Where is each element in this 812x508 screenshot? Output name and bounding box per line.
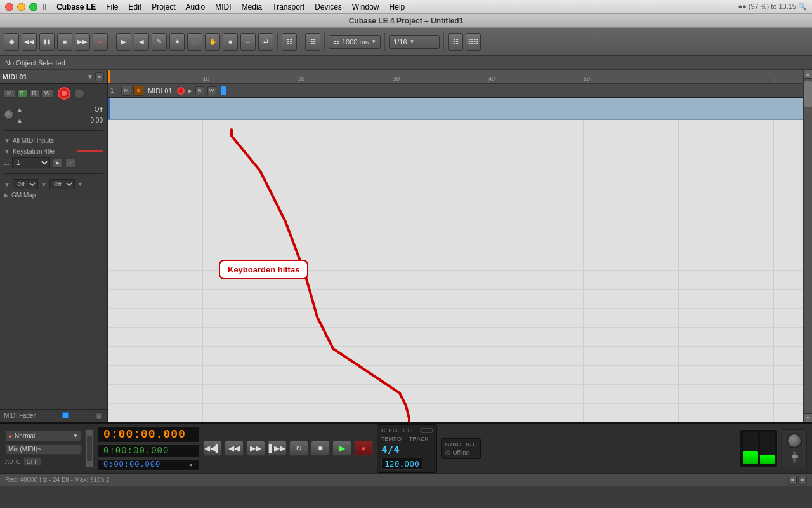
scroll-thumb[interactable] xyxy=(804,81,812,107)
transport-auto-dropdown[interactable]: OFF xyxy=(23,457,41,466)
solo-button[interactable]: S xyxy=(17,89,27,98)
midi-fader-info-btn[interactable]: i xyxy=(95,412,103,420)
mute-button[interactable]: M xyxy=(4,89,15,98)
quantize-dropdown[interactable]: ☷ 1000 ms ▼ xyxy=(329,35,381,49)
master-knob[interactable] xyxy=(787,433,802,448)
scroll-right-btn[interactable]: ▶ xyxy=(798,476,807,485)
tb-fwd-btn[interactable]: ▶▶ xyxy=(75,33,90,51)
menu-project[interactable]: Project xyxy=(152,3,175,11)
tb-tool9[interactable]: ⇄ xyxy=(258,33,273,51)
clip-read-btn[interactable]: R xyxy=(195,86,204,95)
close-button[interactable] xyxy=(5,3,13,11)
scroll-down-btn[interactable]: ▼ xyxy=(804,413,813,422)
scroll-up-btn[interactable]: ▲ xyxy=(804,70,813,79)
pan-label: ▲ xyxy=(16,117,23,124)
menu-devices[interactable]: Devices xyxy=(315,3,342,11)
gm-map-row[interactable]: ▶ GM Map xyxy=(4,192,103,199)
bottom-status-text: Rec: 48000 Hz - 24 Bit - Max: 916h 2 xyxy=(5,476,110,483)
tb-punch-btn[interactable]: ■ xyxy=(57,33,72,51)
menu-window[interactable]: Window xyxy=(352,3,379,11)
tb-tool4[interactable]: ★ xyxy=(169,33,185,51)
cycle-btn[interactable]: ↻ xyxy=(289,441,308,456)
tb-tool3[interactable]: ✎ xyxy=(152,33,167,51)
tb-tool2[interactable]: ◀ xyxy=(134,33,149,51)
rewind-btn[interactable]: ◀◀ xyxy=(225,441,244,456)
tb-pattern-btn[interactable]: ☷☷ xyxy=(466,33,481,51)
tb-tool8[interactable]: ← xyxy=(240,33,256,51)
fast-forward-btn[interactable]: ▶▶ xyxy=(246,441,265,456)
tb-sep2 xyxy=(277,33,278,51)
tb-tool1[interactable]: ▶ xyxy=(116,33,131,51)
scrollbar-right[interactable]: ▲ ▼ xyxy=(803,70,812,422)
output-select1[interactable]: Off xyxy=(13,179,38,189)
track-name-label: MIDI 01 xyxy=(3,73,85,81)
grid-dropdown[interactable]: 1/16 ▼ xyxy=(389,35,440,49)
maximize-button[interactable] xyxy=(29,3,37,11)
channel-select[interactable]: 1 xyxy=(12,157,50,168)
minimize-button[interactable] xyxy=(17,3,25,11)
sync-section2: SYNC INT. Offline xyxy=(441,438,481,459)
tempo-bpm-display[interactable]: 120.000 xyxy=(381,458,422,470)
clip-solo-button[interactable]: S xyxy=(133,86,143,96)
volume-row: ▲ Off ▲ 0.00 xyxy=(4,105,103,125)
midi-input-row[interactable]: ▼ All MIDI Inputs xyxy=(4,136,103,145)
tb-tool7[interactable]: ■ xyxy=(223,33,238,51)
piano-roll-area[interactable]: Keyboarden hittas ...och visar utslag. xyxy=(108,120,803,422)
track-collapse-btn[interactable]: ▼ xyxy=(87,73,93,80)
tb-record-btn[interactable]: ● xyxy=(93,33,108,51)
transport-monitor xyxy=(85,429,94,467)
tb-tool5[interactable]: ◡ xyxy=(187,33,202,51)
transport-mode-arrow-icon: ▼ xyxy=(73,433,78,439)
menu-edit[interactable]: Edit xyxy=(128,3,141,11)
tb-monitor-btn[interactable]: ◆ xyxy=(4,33,19,51)
stop-btn[interactable]: ■ xyxy=(311,441,330,456)
track-record-button[interactable] xyxy=(58,87,70,100)
tb-loop-btn[interactable]: ▮▮ xyxy=(39,33,55,51)
go-to-end-btn[interactable]: ▌▶▶ xyxy=(268,441,287,456)
tb-rec-mode-btn[interactable]: ◀◀ xyxy=(22,33,37,51)
clip-write-btn[interactable]: W xyxy=(207,86,216,95)
tb-sep4 xyxy=(324,33,325,51)
read-button[interactable]: R xyxy=(29,89,40,98)
menu-midi[interactable]: MIDI xyxy=(215,3,231,11)
callout-keyboard-found: Keyboarden hittas xyxy=(219,260,308,279)
channel-fwd-btn[interactable]: ▶ xyxy=(53,159,63,168)
clip-rec-indicator xyxy=(177,87,185,95)
menu-help[interactable]: Help xyxy=(390,3,405,11)
offline-row: Offline xyxy=(445,450,476,456)
window-title: Cubase LE 4 Project – Untitled1 xyxy=(349,17,464,25)
midi-device-row[interactable]: ▼ Keystation 49e xyxy=(4,148,103,155)
track-lock-icon: e xyxy=(95,72,104,81)
menu-media[interactable]: Media xyxy=(242,3,263,11)
master-fader[interactable] xyxy=(792,451,796,464)
tempo-bpm-value: 120.000 xyxy=(384,459,419,469)
menu-transport[interactable]: Transport xyxy=(272,3,304,11)
tb-grid-btn[interactable]: ☷ xyxy=(305,33,320,51)
midi-fader-toggle[interactable] xyxy=(62,412,69,418)
play-btn[interactable]: ▶ xyxy=(332,441,351,456)
transport-auto-label: AUTO xyxy=(5,458,21,465)
menu-file[interactable]: File xyxy=(106,3,118,11)
click-row: CLICK OFF xyxy=(381,427,433,434)
transport-mix-dropdown[interactable]: Mix (MIDI)~ xyxy=(5,444,81,455)
track-num: 1 xyxy=(110,87,119,94)
volume-knob[interactable] xyxy=(4,110,14,120)
menu-audio[interactable]: Audio xyxy=(186,3,206,11)
tb-tool6[interactable]: ✋ xyxy=(205,33,220,51)
output-select2[interactable]: Off xyxy=(49,179,75,189)
pan-label-row: ▲ 0.00 xyxy=(16,116,103,125)
rewind-to-start-btn[interactable]: ◀◀▌ xyxy=(203,441,222,456)
tempo-value-display[interactable]: 4/4 xyxy=(381,444,400,456)
tempo-sig-row: 4/4 xyxy=(381,444,433,456)
write-button[interactable]: W xyxy=(41,89,53,98)
scroll-left-btn[interactable]: ◀ xyxy=(788,476,797,485)
transport-mode-dropdown[interactable]: ● Normal ▼ xyxy=(5,431,81,441)
pan-value: 0.00 xyxy=(91,117,103,124)
tb-snap-btn[interactable]: ☷ xyxy=(282,33,297,51)
monitor-btn[interactable] xyxy=(74,88,84,98)
clip-mute-button[interactable]: M xyxy=(121,86,131,96)
channel-info-btn[interactable]: i xyxy=(65,159,75,168)
monitor-led xyxy=(87,436,92,461)
tb-pad-btn[interactable]: ☷ xyxy=(448,33,463,51)
transport-record-btn[interactable]: ● xyxy=(354,441,373,456)
